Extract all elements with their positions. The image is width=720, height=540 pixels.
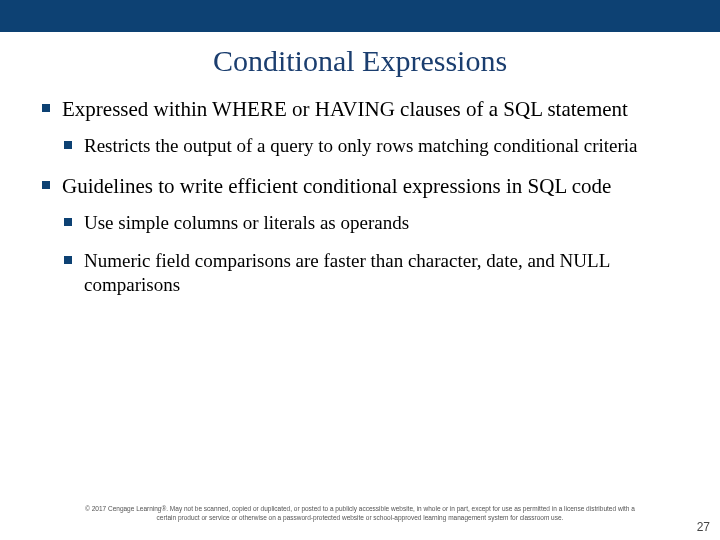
bullet-text: Numeric field comparisons are faster tha…	[84, 250, 610, 295]
header-bar	[0, 0, 720, 32]
bullet-list-lvl1: Expressed within WHERE or HAVING clauses…	[40, 96, 680, 298]
bullet-text: Guidelines to write efficient conditiona…	[62, 174, 611, 198]
bullet-lvl1: Expressed within WHERE or HAVING clauses…	[40, 96, 680, 159]
bullet-list-lvl2: Use simple columns or literals as operan…	[62, 211, 680, 298]
bullet-lvl2: Use simple columns or literals as operan…	[62, 211, 680, 235]
page-number: 27	[697, 520, 710, 534]
slide-content: Expressed within WHERE or HAVING clauses…	[0, 96, 720, 298]
bullet-text: Expressed within WHERE or HAVING clauses…	[62, 97, 628, 121]
bullet-lvl1: Guidelines to write efficient conditiona…	[40, 173, 680, 298]
bullet-list-lvl2: Restricts the output of a query to only …	[62, 134, 680, 158]
footer-line-1: © 2017 Cengage Learning®. May not be sca…	[85, 505, 635, 512]
bullet-text: Use simple columns or literals as operan…	[84, 212, 409, 233]
slide-title: Conditional Expressions	[0, 44, 720, 78]
footer-line-2: certain product or service or otherwise …	[157, 514, 564, 521]
bullet-lvl2: Restricts the output of a query to only …	[62, 134, 680, 158]
bullet-text: Restricts the output of a query to only …	[84, 135, 638, 156]
copyright-footer: © 2017 Cengage Learning®. May not be sca…	[0, 505, 720, 522]
bullet-lvl2: Numeric field comparisons are faster tha…	[62, 249, 680, 298]
